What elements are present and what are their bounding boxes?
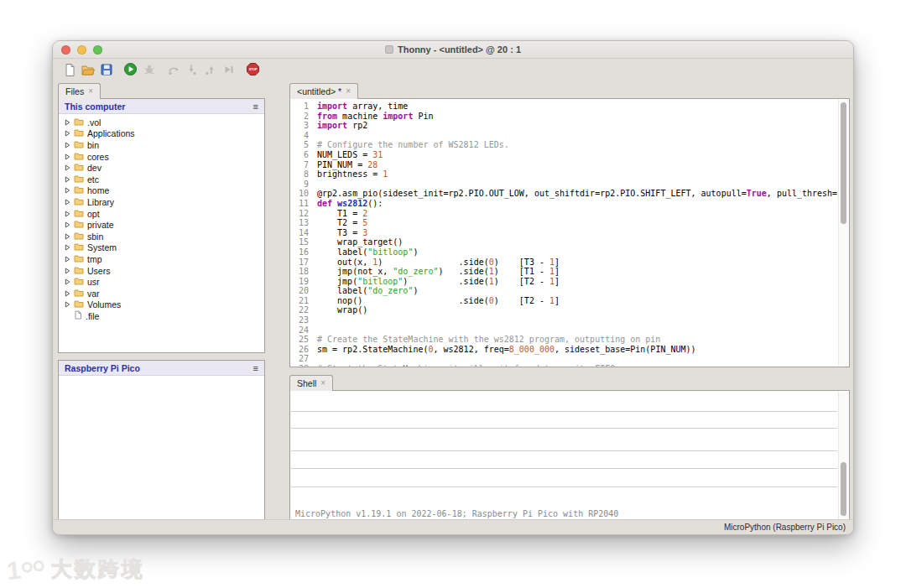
folder-icon	[74, 128, 84, 138]
tree-item-dot-file[interactable]: .file	[59, 310, 264, 322]
hamburger-menu-icon[interactable]: ≡	[253, 101, 258, 112]
expander-icon[interactable]	[65, 232, 70, 242]
tree-item-cores[interactable]: cores	[59, 151, 264, 163]
code-line: 9	[290, 180, 849, 190]
expander-icon[interactable]	[65, 197, 70, 207]
save-icon[interactable]	[99, 62, 113, 76]
expander-icon[interactable]	[65, 140, 70, 150]
expander-icon[interactable]	[65, 299, 70, 310]
tree-item-system[interactable]: System	[59, 242, 264, 254]
tree-item-private[interactable]: private	[59, 219, 264, 231]
tree-item-label: tmp	[87, 254, 102, 264]
tab-editor[interactable]: <untitled> * ×	[289, 83, 358, 99]
code-text: brightness = 1	[317, 169, 388, 180]
shell-output-area[interactable]: MicroPython v1.19.1 on 2022-06-18; Raspb…	[290, 391, 849, 520]
code-line: 21 nop() .side(0) [T2 - 1]	[290, 296, 849, 306]
code-area[interactable]: 1import array, time2from machine import …	[290, 99, 849, 367]
tree-item-dot-vol[interactable]: .vol	[59, 117, 264, 128]
code-line: 18 jmp(not_x, "do_zero") .side(1) [T1 - …	[290, 267, 849, 277]
hamburger-menu-icon[interactable]: ≡	[253, 363, 258, 373]
code-text: NUM_LEDS = 31	[317, 150, 383, 160]
code-text: label("do_zero")	[317, 286, 418, 296]
code-line: 8brightness = 1	[290, 169, 849, 180]
tree-item-volumes[interactable]: Volumes	[59, 299, 264, 311]
code-line: 6NUM_LEDS = 31	[290, 150, 849, 160]
tree-item-applications[interactable]: Applications	[59, 128, 264, 140]
minimize-window-button[interactable]	[77, 45, 86, 55]
watermark-logo-circle	[33, 559, 44, 571]
close-icon[interactable]: ×	[346, 87, 351, 96]
expander-icon[interactable]	[65, 174, 70, 185]
toolbar: STOP	[53, 59, 853, 80]
editor-scrollbar-thumb[interactable]	[841, 102, 846, 224]
tree-item-bin[interactable]: bin	[59, 139, 264, 151]
shell-panel[interactable]: MicroPython v1.19.1 on 2022-06-18; Raspb…	[289, 390, 850, 521]
editor-scrollbar[interactable]	[838, 100, 848, 366]
expander-icon[interactable]	[65, 163, 70, 173]
tree-item-tmp[interactable]: tmp	[59, 253, 264, 265]
expander-icon[interactable]	[65, 266, 70, 276]
line-number: 6	[290, 150, 309, 160]
code-line: 11def ws2812():	[290, 199, 849, 209]
tree-item-label: usr	[87, 277, 100, 287]
files-panel-title: This computer	[65, 101, 125, 112]
tree-item-usr[interactable]: usr	[59, 276, 264, 288]
code-line: 4	[290, 131, 849, 141]
shell-scrollbar-thumb[interactable]	[841, 462, 846, 516]
shell-scrollbar[interactable]	[838, 392, 848, 519]
line-number: 14	[290, 228, 309, 238]
tree-item-var[interactable]: var	[59, 288, 264, 299]
zoom-window-button[interactable]	[93, 45, 102, 55]
folder-icon	[74, 185, 84, 195]
close-icon[interactable]: ×	[320, 379, 325, 388]
expander-icon[interactable]	[65, 152, 70, 162]
app-icon	[385, 45, 393, 54]
folder-icon	[74, 289, 84, 299]
tree-item-users[interactable]: Users	[59, 265, 264, 277]
expander-icon[interactable]	[65, 220, 70, 230]
new-file-icon[interactable]	[62, 62, 76, 76]
line-number: 15	[290, 237, 309, 247]
tab-shell[interactable]: Shell ×	[289, 375, 333, 391]
code-text: def ws2812():	[317, 199, 383, 209]
expander-icon[interactable]	[65, 185, 70, 195]
tree-item-label: opt	[87, 209, 100, 219]
folder-icon	[74, 152, 84, 162]
device-panel: Raspberry Pi Pico ≡	[58, 360, 265, 521]
line-number: 7	[290, 160, 309, 170]
code-line: 15 wrap_target()	[290, 237, 849, 247]
code-text: nop() .side(0) [T2 - 1]	[317, 296, 560, 306]
tree-item-label: .file	[86, 311, 99, 321]
expander-icon[interactable]	[65, 254, 70, 264]
interpreter-status[interactable]: MicroPython (Raspberry Pi Pico)	[724, 523, 846, 532]
line-number: 16	[290, 247, 309, 258]
tab-files[interactable]: Files ×	[58, 83, 101, 99]
expander-icon[interactable]	[65, 242, 70, 252]
tree-item-dev[interactable]: dev	[59, 162, 264, 174]
folder-icon	[74, 277, 84, 287]
code-editor[interactable]: 1import array, time2from machine import …	[289, 98, 850, 367]
expander-icon[interactable]	[65, 277, 70, 287]
close-window-button[interactable]	[61, 45, 70, 55]
window-title-text: Thonny - <untitled> @ 20 : 1	[398, 44, 521, 55]
close-icon[interactable]: ×	[88, 87, 93, 96]
tree-item-sbin[interactable]: sbin	[59, 231, 264, 242]
expander-icon[interactable]	[65, 128, 70, 138]
line-number: 21	[290, 296, 309, 306]
line-number: 25	[290, 335, 309, 345]
code-line: 17 out(x, 1) .side(0) [T3 - 1]	[290, 258, 849, 268]
expander-icon[interactable]	[65, 209, 70, 219]
expander-icon[interactable]	[65, 117, 70, 127]
code-text: PIN_NUM = 28	[317, 160, 378, 170]
folder-icon	[74, 197, 84, 207]
expander-icon[interactable]	[65, 289, 70, 299]
tree-item-library[interactable]: Library	[59, 196, 264, 208]
code-line: 1import array, time	[290, 101, 849, 112]
run-icon[interactable]	[123, 62, 138, 76]
open-file-icon[interactable]	[81, 62, 95, 76]
stop-icon[interactable]: STOP	[246, 62, 260, 76]
code-line: 26sm = rp2.StateMachine(0, ws2812, freq=…	[290, 345, 849, 355]
tree-item-opt[interactable]: opt	[59, 208, 264, 220]
tree-item-etc[interactable]: etc	[59, 174, 264, 185]
tree-item-home[interactable]: home	[59, 185, 264, 197]
